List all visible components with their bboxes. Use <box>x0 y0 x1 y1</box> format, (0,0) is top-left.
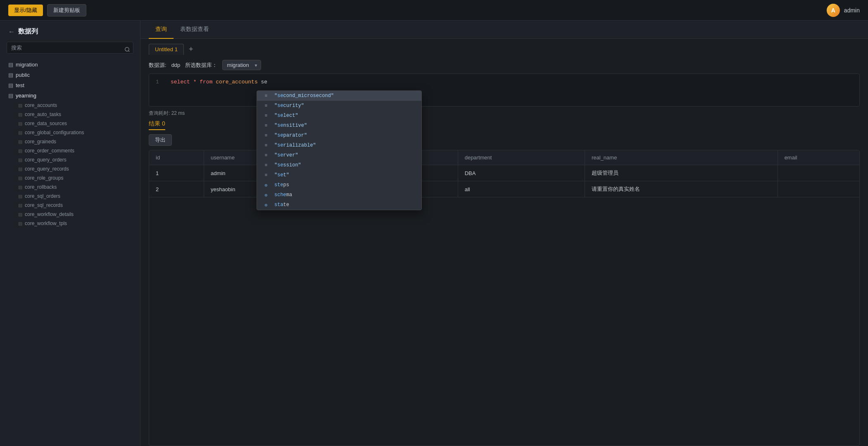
ac-text: "serializable" <box>274 142 316 148</box>
datasource-value: ddp <box>171 62 181 68</box>
keyword-icon: ≡ <box>262 143 270 148</box>
ac-item[interactable]: ⊙state <box>257 200 421 210</box>
database-select[interactable]: migration public test yearning <box>222 60 261 70</box>
db-name: public <box>16 72 30 78</box>
table-header-row: idusernamepassworddepartmentreal_nameema… <box>149 150 859 165</box>
table-head: idusernamepassworddepartmentreal_nameema… <box>149 150 859 165</box>
table-name: core_accounts <box>25 102 57 108</box>
query-time-value: 22 ms <box>171 110 185 116</box>
table-item[interactable]: ▤core_accounts <box>13 101 137 110</box>
table-item[interactable]: ▤core_workflow_tpls <box>13 219 137 228</box>
table-list: ▤core_accounts▤core_auto_tasks▤core_data… <box>3 101 137 228</box>
table-name: core_workflow_details <box>25 211 74 217</box>
ac-text: "separator" <box>274 133 307 138</box>
result-table-wrapper: idusernamepassworddepartmentreal_nameema… <box>149 150 860 446</box>
db-icon: ▤ <box>8 72 13 78</box>
main-tab-查询[interactable]: 查询 <box>149 21 174 39</box>
table-row: 2yeshaobin****脱敏字段all请重置你的真实姓名 <box>149 181 859 197</box>
admin-label: admin <box>844 7 860 14</box>
ac-item[interactable]: ≡"second_microsecond" <box>257 91 421 101</box>
cell-email <box>778 181 859 197</box>
db-icon: ▤ <box>8 93 13 99</box>
col-header-id: id <box>149 150 204 165</box>
table-icon: ▤ <box>18 139 22 145</box>
cell-real_name: 超级管理员 <box>585 165 778 181</box>
table-item[interactable]: ▤core_workflow_details <box>13 210 137 219</box>
ac-item[interactable]: ≡"separator" <box>257 130 421 140</box>
table-item[interactable]: ▤core_data_sources <box>13 119 137 128</box>
ac-text: "sensitive" <box>274 123 307 128</box>
table-item[interactable]: ▤core_auto_tasks <box>13 110 137 119</box>
main-layout: ← 数据列 ▤migration▤public▤test▤yearning▤co… <box>0 21 868 446</box>
datasource-label: 数据源: <box>149 62 166 69</box>
db-item-public[interactable]: ▤public <box>3 70 137 80</box>
db-item-yearning[interactable]: ▤yearning <box>3 90 137 101</box>
database-select-wrapper: migration public test yearning <box>222 60 261 70</box>
datasource-bar: 数据源: ddp 所选数据库： migration public test ye… <box>149 60 860 70</box>
sql-editor[interactable]: 1 select * from core_accounts se <box>149 74 860 107</box>
db-name: test <box>16 82 24 88</box>
avatar: A <box>827 4 840 17</box>
table-icon: ▤ <box>18 185 22 190</box>
top-bar-right: A admin <box>827 4 860 17</box>
ac-item[interactable]: ≡"security" <box>257 101 421 111</box>
table-item[interactable]: ▤core_sql_records <box>13 201 137 210</box>
keyword-icon: ≡ <box>262 133 270 138</box>
table-icon: ▤ <box>18 212 22 217</box>
ac-item[interactable]: ⊙schema <box>257 190 421 200</box>
ac-text: "session" <box>274 162 301 168</box>
back-arrow-icon[interactable]: ← <box>8 28 15 36</box>
ac-item[interactable]: ≡"select" <box>257 111 421 121</box>
keyword-icon: ≡ <box>262 113 270 118</box>
keyword-icon: ≡ <box>262 103 270 108</box>
db-item-migration[interactable]: ▤migration <box>3 59 137 70</box>
db-icon: ▤ <box>8 82 13 88</box>
new-clipboard-button[interactable]: 新建剪贴板 <box>47 4 86 17</box>
ac-text: "select" <box>274 113 298 119</box>
table-item[interactable]: ▤core_global_configurations <box>13 128 137 137</box>
table-icon: ▤ <box>18 203 22 208</box>
ac-item[interactable]: ≡"sensitive" <box>257 121 421 130</box>
table-item[interactable]: ▤core_graineds <box>13 137 137 146</box>
table-body: 1admin****脱敏字段DBA超级管理员2yeshaobin****脱敏字段… <box>149 165 859 197</box>
ac-item[interactable]: ≡"server" <box>257 150 421 160</box>
main-tab-表数据查看[interactable]: 表数据查看 <box>174 21 216 39</box>
autocomplete-dropdown: ≡"second_microsecond"≡"security"≡"select… <box>257 90 422 210</box>
col-header-real_name: real_name <box>585 150 778 165</box>
sub-tab-untitled1[interactable]: Untitled 1 <box>149 44 184 55</box>
cell-department: DBA <box>458 165 585 181</box>
ac-item[interactable]: ⊙steps <box>257 180 421 190</box>
table-item[interactable]: ▤core_order_comments <box>13 146 137 155</box>
results-label: 结果 0 <box>149 120 165 130</box>
toggle-button[interactable]: 显示/隐藏 <box>8 5 43 16</box>
db-name: yearning <box>16 93 36 99</box>
table-icon: ▤ <box>18 130 22 135</box>
db-icon: ▤ <box>8 62 13 68</box>
table-item[interactable]: ▤core_sql_orders <box>13 192 137 201</box>
search-input[interactable] <box>7 42 133 54</box>
table-icon: ▤ <box>18 194 22 199</box>
table-name: core_order_comments <box>25 148 74 154</box>
cell-id: 2 <box>149 181 204 197</box>
ac-item[interactable]: ≡"serializable" <box>257 140 421 150</box>
table-item[interactable]: ▤core_role_groups <box>13 173 137 183</box>
table-icon: ▤ <box>18 112 22 117</box>
ac-item[interactable]: ≡"set" <box>257 170 421 180</box>
export-button[interactable]: 导出 <box>149 134 172 146</box>
keyword-icon: ≡ <box>262 153 270 158</box>
schema-icon: ⊙ <box>262 192 270 198</box>
table-item[interactable]: ▤core_query_records <box>13 164 137 173</box>
result-table: idusernamepassworddepartmentreal_nameema… <box>149 150 859 197</box>
sidebar-title: 数据列 <box>18 27 38 36</box>
table-name: core_workflow_tpls <box>25 221 67 226</box>
editor-line-1: 1 select * from core_accounts se <box>156 79 853 85</box>
db-item-test[interactable]: ▤test <box>3 80 137 90</box>
table-item[interactable]: ▤core_query_orders <box>13 155 137 164</box>
sub-tabs: Untitled 1 + <box>149 44 860 55</box>
ac-item[interactable]: ≡"session" <box>257 160 421 170</box>
add-tab-button[interactable]: + <box>185 44 197 55</box>
table-item[interactable]: ▤core_rollbacks <box>13 183 137 192</box>
cell-email <box>778 165 859 181</box>
search-icon[interactable] <box>124 46 130 53</box>
ac-text: state <box>274 202 289 208</box>
